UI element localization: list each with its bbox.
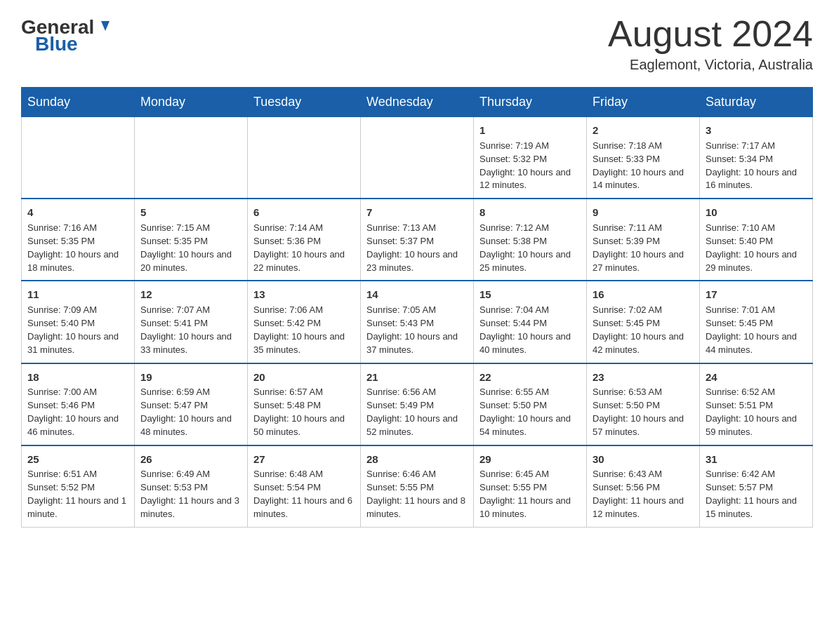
day-number: 3 (706, 123, 807, 138)
day-info: Sunrise: 7:05 AM Sunset: 5:43 PM Dayligh… (366, 304, 468, 356)
calendar-cell: 18Sunrise: 7:00 AM Sunset: 5:46 PM Dayli… (22, 363, 135, 445)
calendar-cell: 6Sunrise: 7:14 AM Sunset: 5:36 PM Daylig… (248, 199, 361, 281)
day-number: 4 (27, 205, 128, 220)
calendar-cell: 13Sunrise: 7:06 AM Sunset: 5:42 PM Dayli… (248, 281, 361, 363)
day-info: Sunrise: 7:10 AM Sunset: 5:40 PM Dayligh… (706, 222, 807, 274)
calendar-cell: 4Sunrise: 7:16 AM Sunset: 5:35 PM Daylig… (22, 199, 135, 281)
calendar-header-tuesday: Tuesday (248, 88, 361, 117)
day-info: Sunrise: 6:51 AM Sunset: 5:52 PM Dayligh… (27, 468, 128, 521)
title-block: August 2024 Eaglemont, Victoria, Austral… (608, 14, 813, 73)
day-info: Sunrise: 7:18 AM Sunset: 5:33 PM Dayligh… (593, 140, 694, 192)
calendar-cell: 22Sunrise: 6:55 AM Sunset: 5:50 PM Dayli… (474, 363, 587, 445)
day-info: Sunrise: 7:04 AM Sunset: 5:44 PM Dayligh… (479, 304, 581, 356)
svg-marker-0 (101, 21, 110, 31)
calendar-cell: 28Sunrise: 6:46 AM Sunset: 5:55 PM Dayli… (361, 445, 474, 528)
day-number: 9 (593, 205, 694, 220)
calendar-header-thursday: Thursday (474, 88, 587, 117)
day-info: Sunrise: 6:52 AM Sunset: 5:51 PM Dayligh… (706, 386, 807, 438)
logo: General Blue (21, 14, 112, 54)
day-info: Sunrise: 6:48 AM Sunset: 5:54 PM Dayligh… (253, 468, 355, 521)
day-number: 19 (140, 370, 241, 385)
calendar-week-row: 1Sunrise: 7:19 AM Sunset: 5:32 PM Daylig… (22, 117, 813, 199)
calendar-header-sunday: Sunday (22, 88, 135, 117)
day-number: 21 (366, 370, 468, 385)
day-info: Sunrise: 6:59 AM Sunset: 5:47 PM Dayligh… (140, 386, 241, 438)
calendar-cell: 19Sunrise: 6:59 AM Sunset: 5:47 PM Dayli… (135, 363, 248, 445)
calendar-cell: 5Sunrise: 7:15 AM Sunset: 5:35 PM Daylig… (135, 199, 248, 281)
calendar-table: SundayMondayTuesdayWednesdayThursdayFrid… (21, 87, 813, 528)
day-info: Sunrise: 6:43 AM Sunset: 5:56 PM Dayligh… (593, 468, 694, 521)
day-number: 14 (366, 287, 468, 302)
calendar-cell: 2Sunrise: 7:18 AM Sunset: 5:33 PM Daylig… (587, 117, 700, 199)
calendar-cell: 11Sunrise: 7:09 AM Sunset: 5:40 PM Dayli… (22, 281, 135, 363)
calendar-cell (248, 117, 361, 199)
calendar-week-row: 18Sunrise: 7:00 AM Sunset: 5:46 PM Dayli… (22, 363, 813, 445)
day-info: Sunrise: 7:14 AM Sunset: 5:36 PM Dayligh… (253, 222, 355, 274)
month-title: August 2024 (608, 14, 813, 54)
day-number: 30 (593, 452, 694, 467)
day-info: Sunrise: 7:07 AM Sunset: 5:41 PM Dayligh… (140, 304, 241, 356)
day-number: 16 (593, 287, 694, 302)
day-number: 6 (253, 205, 355, 220)
day-info: Sunrise: 6:53 AM Sunset: 5:50 PM Dayligh… (593, 386, 694, 438)
day-info: Sunrise: 6:55 AM Sunset: 5:50 PM Dayligh… (479, 386, 581, 438)
day-number: 1 (479, 123, 581, 138)
day-info: Sunrise: 6:49 AM Sunset: 5:53 PM Dayligh… (140, 468, 241, 521)
day-number: 23 (593, 370, 694, 385)
calendar-week-row: 25Sunrise: 6:51 AM Sunset: 5:52 PM Dayli… (22, 445, 813, 528)
day-number: 18 (27, 370, 128, 385)
calendar-cell: 10Sunrise: 7:10 AM Sunset: 5:40 PM Dayli… (700, 199, 813, 281)
calendar-cell: 29Sunrise: 6:45 AM Sunset: 5:55 PM Dayli… (474, 445, 587, 528)
day-info: Sunrise: 6:57 AM Sunset: 5:48 PM Dayligh… (253, 386, 355, 438)
day-number: 12 (140, 287, 241, 302)
calendar-cell (135, 117, 248, 199)
calendar-week-row: 4Sunrise: 7:16 AM Sunset: 5:35 PM Daylig… (22, 199, 813, 281)
page-header: General Blue August 2024 Eaglemont, Vict… (21, 14, 813, 73)
calendar-cell: 8Sunrise: 7:12 AM Sunset: 5:38 PM Daylig… (474, 199, 587, 281)
day-number: 11 (27, 287, 128, 302)
day-info: Sunrise: 6:56 AM Sunset: 5:49 PM Dayligh… (366, 386, 468, 438)
calendar-cell: 3Sunrise: 7:17 AM Sunset: 5:34 PM Daylig… (700, 117, 813, 199)
day-info: Sunrise: 6:42 AM Sunset: 5:57 PM Dayligh… (706, 468, 807, 521)
day-info: Sunrise: 7:01 AM Sunset: 5:45 PM Dayligh… (706, 304, 807, 356)
calendar-cell (361, 117, 474, 199)
calendar-cell: 24Sunrise: 6:52 AM Sunset: 5:51 PM Dayli… (700, 363, 813, 445)
calendar-cell: 27Sunrise: 6:48 AM Sunset: 5:54 PM Dayli… (248, 445, 361, 528)
day-number: 2 (593, 123, 694, 138)
day-info: Sunrise: 7:19 AM Sunset: 5:32 PM Dayligh… (479, 140, 581, 192)
calendar-header-row: SundayMondayTuesdayWednesdayThursdayFrid… (22, 88, 813, 117)
day-info: Sunrise: 7:02 AM Sunset: 5:45 PM Dayligh… (593, 304, 694, 356)
calendar-cell: 14Sunrise: 7:05 AM Sunset: 5:43 PM Dayli… (361, 281, 474, 363)
day-number: 28 (366, 452, 468, 467)
day-number: 8 (479, 205, 581, 220)
calendar-cell: 26Sunrise: 6:49 AM Sunset: 5:53 PM Dayli… (135, 445, 248, 528)
calendar-header-wednesday: Wednesday (361, 88, 474, 117)
calendar-cell: 17Sunrise: 7:01 AM Sunset: 5:45 PM Dayli… (700, 281, 813, 363)
day-number: 27 (253, 452, 355, 467)
calendar-cell: 12Sunrise: 7:07 AM Sunset: 5:41 PM Dayli… (135, 281, 248, 363)
day-info: Sunrise: 7:11 AM Sunset: 5:39 PM Dayligh… (593, 222, 694, 274)
location-subtitle: Eaglemont, Victoria, Australia (608, 57, 813, 73)
calendar-header-friday: Friday (587, 88, 700, 117)
day-info: Sunrise: 7:12 AM Sunset: 5:38 PM Dayligh… (479, 222, 581, 274)
calendar-cell: 21Sunrise: 6:56 AM Sunset: 5:49 PM Dayli… (361, 363, 474, 445)
day-number: 10 (706, 205, 807, 220)
day-number: 25 (27, 452, 128, 467)
calendar-cell: 20Sunrise: 6:57 AM Sunset: 5:48 PM Dayli… (248, 363, 361, 445)
logo-triangle-icon (97, 18, 112, 34)
calendar-cell: 7Sunrise: 7:13 AM Sunset: 5:37 PM Daylig… (361, 199, 474, 281)
day-number: 20 (253, 370, 355, 385)
day-info: Sunrise: 7:16 AM Sunset: 5:35 PM Dayligh… (27, 222, 128, 274)
calendar-header-saturday: Saturday (700, 88, 813, 117)
calendar-cell: 15Sunrise: 7:04 AM Sunset: 5:44 PM Dayli… (474, 281, 587, 363)
day-number: 24 (706, 370, 807, 385)
calendar-header-monday: Monday (135, 88, 248, 117)
day-number: 29 (479, 452, 581, 467)
day-info: Sunrise: 7:09 AM Sunset: 5:40 PM Dayligh… (27, 304, 128, 356)
calendar-cell: 9Sunrise: 7:11 AM Sunset: 5:39 PM Daylig… (587, 199, 700, 281)
day-number: 13 (253, 287, 355, 302)
calendar-cell: 23Sunrise: 6:53 AM Sunset: 5:50 PM Dayli… (587, 363, 700, 445)
day-number: 22 (479, 370, 581, 385)
calendar-cell: 16Sunrise: 7:02 AM Sunset: 5:45 PM Dayli… (587, 281, 700, 363)
logo-blue-text: Blue (21, 34, 78, 54)
